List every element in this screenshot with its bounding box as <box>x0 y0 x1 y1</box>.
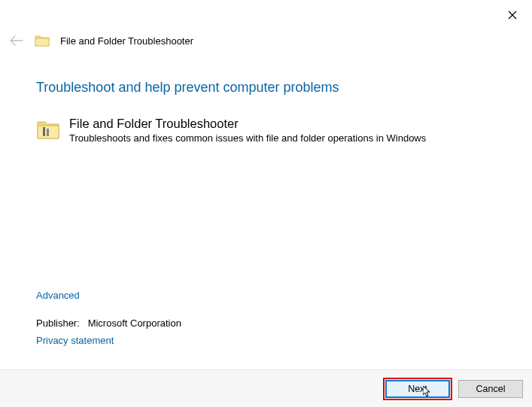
button-bar: Next Cancel <box>0 369 532 407</box>
svg-rect-1 <box>47 129 49 136</box>
back-button[interactable] <box>9 33 24 48</box>
header-row: File and Folder Troubleshooter <box>0 30 532 57</box>
next-button[interactable]: Next <box>385 380 450 398</box>
folder-large-icon <box>36 118 60 141</box>
page-heading: Troubleshoot and help prevent computer p… <box>36 80 496 96</box>
troubleshooter-row: File and Folder Troubleshooter Troublesh… <box>36 117 496 146</box>
close-icon <box>508 11 517 20</box>
privacy-link[interactable]: Privacy statement <box>36 335 114 346</box>
publisher-line: Publisher: Microsoft Corporation <box>36 317 181 329</box>
folder-icon <box>35 34 50 47</box>
advanced-link[interactable]: Advanced <box>36 290 181 301</box>
troubleshooter-name: File and Folder Troubleshooter <box>69 117 426 131</box>
cancel-button[interactable]: Cancel <box>458 380 523 398</box>
next-button-label: Next <box>408 384 427 394</box>
svg-rect-0 <box>43 127 45 136</box>
content-area: Troubleshoot and help prevent computer p… <box>0 57 532 152</box>
close-button[interactable] <box>497 5 527 26</box>
titlebar <box>0 0 532 30</box>
publisher-label: Publisher: <box>36 317 80 329</box>
lower-block: Advanced Publisher: Microsoft Corporatio… <box>36 290 181 347</box>
app-title: File and Folder Troubleshooter <box>60 35 193 47</box>
troubleshooter-description: Troubleshoots and fixes common issues wi… <box>69 131 426 146</box>
next-highlight: Next <box>383 378 452 400</box>
back-arrow-icon <box>10 35 23 46</box>
publisher-value: Microsoft Corporation <box>88 317 181 329</box>
